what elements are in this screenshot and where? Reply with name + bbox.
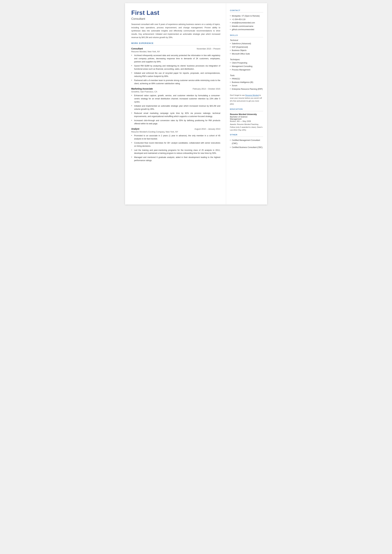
job-2-dates: February 2013 – October 2015 <box>193 88 220 90</box>
other-divider <box>230 137 263 137</box>
skills-technical-label: Technical: <box>230 39 263 41</box>
skills-techniques-list: Client Prospecting Management Consulting… <box>230 61 263 71</box>
job-3-dates: August 2010 – January 2013 <box>195 128 220 130</box>
list-item: Business Intelligence (BI) <box>230 81 263 84</box>
edu-field: Management <box>230 118 263 120</box>
job-2-title: Marketing Associate <box>131 87 153 90</box>
list-item: Business Objects <box>230 49 263 52</box>
edu-awards: Awards: Resume Worded Teaching Fellow (o… <box>230 123 263 132</box>
promo-text-before: Don't forget to use <box>230 94 245 96</box>
education-section-title: EDUCATION <box>230 108 263 110</box>
other-section-title: OTHER <box>230 134 263 136</box>
list-item: Archived infrequently accessed data and … <box>131 54 220 63</box>
job-1: Consultant November 2015 – Present Resum… <box>131 47 220 85</box>
left-column: First Last Consultant Seasoned consultan… <box>125 3 226 204</box>
list-item: Salesforce (Advanced) <box>230 42 263 45</box>
list-item: PRINCE2 <box>230 77 263 81</box>
promo-link[interactable]: Resume Worded <box>245 94 259 96</box>
job-3-title: Analyst <box>131 128 140 130</box>
job-3-company: Resume Worded's Exciting Company, New Yo… <box>131 131 220 133</box>
skills-section-title: SKILLS <box>230 34 263 36</box>
list-item: email@resumeworded.com <box>230 21 263 25</box>
name-title-block: First Last Consultant <box>131 9 220 21</box>
promo-link-text: Resume Worded <box>245 94 259 96</box>
job-1-company: Resume Worded, New York, NY <box>131 50 220 53</box>
education-divider <box>230 111 263 111</box>
list-item: Partnered with a 6-member team to promot… <box>131 79 220 85</box>
contact-list: Montpelier, VT (Open to Remote) +1-334-4… <box>230 14 263 31</box>
list-item: Management Consulting <box>230 65 263 68</box>
list-item: Reduced email marketing campaign cycle t… <box>131 112 220 118</box>
list-item: +1-334-453-119 <box>230 18 263 21</box>
job-1-dates: November 2015 – Present <box>197 48 220 50</box>
job-1-bullets: Archived infrequently accessed data and … <box>131 54 220 85</box>
list-item: Certified Business Consultant (CBC). <box>230 146 263 149</box>
list-item: Process Management <box>230 68 263 72</box>
job-3-header: Analyst August 2010 – January 2013 <box>131 128 220 130</box>
list-item: Initiated and implemented an actionable … <box>131 105 220 111</box>
list-item: Led the training and peer-mentoring prog… <box>131 149 220 155</box>
list-item: Enterprise Resource Planning (ERP) <box>230 87 263 91</box>
right-column: CONTACT Montpelier, VT (Open to Remote) … <box>226 3 267 204</box>
list-item: SAP (Experienced) <box>230 45 263 49</box>
skills-technical-list: Salesforce (Advanced) SAP (Experienced) … <box>230 42 263 56</box>
list-item: Montpelier, VT (Open to Remote) <box>230 14 263 18</box>
skills-techniques-label: Techniques: <box>230 58 263 61</box>
list-item: Managed and mentored 6 graduate analysts… <box>131 156 220 162</box>
edu-degree: Bachelor of Science <box>230 116 263 118</box>
candidate-job-title: Consultant <box>131 17 220 21</box>
job-1-header: Consultant November 2015 – Present <box>131 47 220 50</box>
edu-location: Boston, MA — May 2009 <box>230 120 263 122</box>
job-3: Analyst August 2010 – January 2013 Resum… <box>131 128 220 162</box>
candidate-name: First Last <box>131 9 220 16</box>
list-item: Promoted to an associate in 2 years (1 y… <box>131 134 220 140</box>
list-item: Enhanced value capture, growth, service,… <box>131 94 220 104</box>
other-list: Certified Management Consultant (CMC). C… <box>230 139 263 149</box>
summary-text: Seasoned consultant with over 8 years of… <box>131 23 220 39</box>
job-1-title: Consultant <box>131 47 143 50</box>
list-item: Microsoft Office Suite <box>230 52 263 56</box>
list-item: github.com/resumeworded <box>230 28 263 31</box>
list-item: Conducted final round interviews for 30+… <box>131 141 220 148</box>
list-item: Increased click-through and conversion r… <box>131 119 220 125</box>
contact-section-title: CONTACT <box>230 9 263 11</box>
work-experience-label: WORK EXPERIENCE <box>131 42 220 44</box>
list-item: Certified Management Consultant (CMC). <box>230 139 263 145</box>
job-2: Marketing Associate February 2013 – Octo… <box>131 87 220 125</box>
list-item: linkedin.com/in/username <box>230 25 263 28</box>
list-item: Saved RW $18M by analyzing and redesigni… <box>131 64 220 71</box>
list-item: Initiated and enforced the use of recycl… <box>131 72 220 78</box>
contact-divider <box>230 12 263 13</box>
promo-box: Don't forget to use Resume Worded to sca… <box>230 94 263 105</box>
job-2-company: Growthsi, San Francisco, CA <box>131 91 220 93</box>
list-item: Scrum <box>230 84 263 87</box>
job-2-bullets: Enhanced value capture, growth, service,… <box>131 94 220 125</box>
list-item: Client Prospecting <box>230 61 263 65</box>
skills-tools-label: Tools: <box>230 74 263 77</box>
resume-page: First Last Consultant Seasoned consultan… <box>125 3 267 204</box>
job-2-header: Marketing Associate February 2013 – Octo… <box>131 87 220 90</box>
job-3-bullets: Promoted to an associate in 2 years (1 y… <box>131 134 220 162</box>
edu-school: Resume Worded University <box>230 113 263 115</box>
skills-tools-list: PRINCE2 Business Intelligence (BI) Scrum… <box>230 77 263 91</box>
